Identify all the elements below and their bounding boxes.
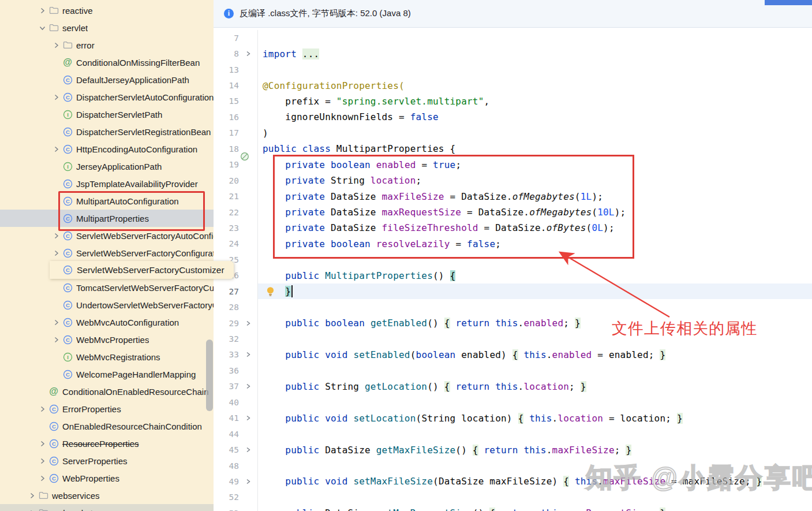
code-text[interactable]: public DataSize getMaxRequestSize() { re… (257, 505, 812, 511)
chevron-right-icon[interactable] (51, 317, 61, 327)
code-text[interactable] (257, 426, 812, 442)
code-line-7[interactable]: 7 (214, 30, 812, 46)
chevron-right-icon[interactable] (51, 144, 61, 154)
chevron-right-icon[interactable] (37, 404, 47, 414)
chevron-right-icon[interactable] (51, 40, 61, 50)
code-text[interactable]: prefix = "spring.servlet.multipart", (257, 94, 812, 109)
code-text[interactable]: public String getLocation() { return thi… (257, 379, 812, 394)
chevron-right-icon[interactable] (37, 456, 47, 466)
chevron-right-icon[interactable] (37, 5, 47, 16)
code-text[interactable]: private boolean resolveLazily = false; (257, 236, 812, 252)
tree-item-websocket[interactable]: websocket (0, 504, 214, 511)
tree-item-webmvcautoconfiguration[interactable]: CWebMvcAutoConfiguration (0, 314, 214, 331)
code-text[interactable]: public void setEnabled(boolean enabled) … (257, 347, 812, 363)
chevron-right-icon[interactable] (37, 438, 47, 449)
code-line-36[interactable]: 36 (214, 363, 812, 378)
code-line-8[interactable]: 8import ... (214, 46, 812, 61)
code-text[interactable]: public DataSize getMaxFileSize() { retur… (257, 442, 812, 457)
tree-item-webmvcproperties[interactable]: CWebMvcProperties (0, 331, 214, 348)
code-text[interactable] (257, 252, 812, 267)
code-line-53[interactable]: 53 public DataSize getMaxRequestSize() {… (214, 505, 812, 511)
tree-item-jsptemplateavailabilityprovider[interactable]: CJspTemplateAvailabilityProvider (0, 175, 214, 192)
code-line-17[interactable]: 17) (214, 125, 812, 141)
tree-item-multipartautoconfiguration[interactable]: CMultipartAutoConfiguration (0, 192, 214, 210)
code-line-13[interactable]: 13 (214, 62, 812, 77)
tree-item-errorproperties[interactable]: CErrorProperties (0, 400, 214, 417)
code-line-20[interactable]: 20 private String location; (214, 173, 812, 188)
code-text[interactable] (257, 363, 812, 378)
tree-item-tomcatservletwebserverfactorycustomizer[interactable]: CTomcatServletWebServerFactoryCustomizer (0, 279, 214, 296)
lightbulb-icon[interactable] (266, 286, 275, 299)
tree-item-webservices[interactable]: webservices (0, 487, 214, 504)
code-line-18[interactable]: 18public class MultipartProperties { (214, 141, 812, 156)
code-text[interactable]: ) (257, 125, 812, 141)
chevron-right-icon[interactable] (51, 334, 61, 345)
tree-item-dispatcherservletautoconfiguration[interactable]: CDispatcherServletAutoConfiguration (0, 88, 214, 106)
tree-item-servletwebserverfactoryconfiguration[interactable]: CServletWebServerFactoryConfiguration (0, 244, 214, 262)
fold-chevron-icon[interactable] (239, 447, 257, 453)
tree-item-reactive[interactable]: reactive (0, 2, 214, 19)
chevron-right-icon[interactable] (37, 473, 47, 483)
fold-chevron-icon[interactable] (239, 415, 257, 421)
code-text[interactable]: private String location; (257, 173, 812, 188)
code-line-14[interactable]: 14@ConfigurationProperties( (214, 77, 812, 93)
code-line-16[interactable]: 16 ignoreUnknownFields = false (214, 109, 812, 125)
tree-item-resourceproperties[interactable]: CResourceProperties (0, 435, 214, 452)
code-text[interactable] (257, 299, 812, 315)
code-text[interactable]: ignoreUnknownFields = false (257, 109, 812, 125)
decompiled-marker-icon[interactable] (240, 152, 249, 163)
code-line-41[interactable]: 41 public void setLocation(String locati… (214, 411, 812, 426)
fold-chevron-icon[interactable] (239, 320, 257, 326)
chevron-right-icon[interactable] (27, 490, 37, 501)
code-text[interactable] (257, 30, 812, 46)
code-line-37[interactable]: 37 public String getLocation() { return … (214, 379, 812, 394)
tree-item-defaultjerseyapplicationpath[interactable]: CDefaultJerseyApplicationPath (0, 71, 214, 88)
editor-scroll-indicator[interactable] (765, 0, 812, 5)
code-line-26[interactable]: 26 public MultipartProperties() { (214, 268, 812, 284)
fold-chevron-icon[interactable] (239, 51, 257, 57)
code-line-22[interactable]: 22 private DataSize maxRequestSize = Dat… (214, 204, 812, 220)
tree-item-conditionalonmissingfilterbean[interactable]: @ConditionalOnMissingFilterBean (0, 54, 214, 71)
chevron-right-icon[interactable] (27, 508, 37, 511)
tree-item-onenabledresourcechaincondition[interactable]: COnEnabledResourceChainCondition (0, 417, 214, 435)
tree-item-multipartproperties[interactable]: CMultipartProperties (0, 210, 214, 227)
tree-item-serverproperties[interactable]: CServerProperties (0, 452, 214, 469)
tree-item-undertowservletwebserverfactorycustomizer[interactable]: CUndertowServletWebServerFactoryCustomiz… (0, 296, 214, 314)
code-line-21[interactable]: 21 private DataSize maxFileSize = DataSi… (214, 188, 812, 204)
chevron-right-icon[interactable] (51, 230, 61, 241)
code-text[interactable]: public void setLocation(String location)… (257, 411, 812, 426)
code-text[interactable] (257, 62, 812, 77)
code-text[interactable]: public class MultipartProperties { (257, 141, 812, 156)
tree-item-httpencodingautoconfiguration[interactable]: CHttpEncodingAutoConfiguration (0, 140, 214, 158)
code-text[interactable]: import ... (257, 46, 812, 61)
tree-item-tooltip[interactable]: C ServletWebServerFactoryCustomizer (50, 261, 234, 279)
fold-chevron-icon[interactable] (239, 479, 257, 484)
code-text[interactable]: @ConfigurationProperties( (257, 77, 812, 93)
code-line-15[interactable]: 15 prefix = "spring.servlet.multipart", (214, 94, 812, 109)
code-line-40[interactable]: 40 (214, 394, 812, 410)
code-text[interactable]: public MultipartProperties() { (257, 268, 812, 284)
code-line-33[interactable]: 33 public void setEnabled(boolean enable… (214, 347, 812, 363)
code-line-28[interactable]: 28 (214, 299, 812, 315)
tree-item-welcomepagehandlermapping[interactable]: CWelcomePageHandlerMapping (0, 365, 214, 383)
code-line-23[interactable]: 23 private DataSize fileSizeThreshold = … (214, 220, 812, 236)
chevron-down-icon[interactable] (37, 23, 47, 33)
code-text[interactable]: private DataSize fileSizeThreshold = Dat… (257, 220, 812, 236)
code-line-45[interactable]: 45 public DataSize getMaxFileSize() { re… (214, 442, 812, 457)
code-editor[interactable]: 78import ...1314@ConfigurationProperties… (214, 28, 812, 511)
tree-item-servlet[interactable]: servlet (0, 19, 214, 36)
tree-scrollbar-thumb[interactable] (206, 340, 213, 411)
code-text[interactable] (257, 394, 812, 410)
tree-item-webproperties[interactable]: CWebProperties (0, 469, 214, 487)
chevron-right-icon[interactable] (51, 92, 61, 102)
code-line-25[interactable]: 25 (214, 252, 812, 267)
tree-item-jerseyapplicationpath[interactable]: IJerseyApplicationPath (0, 158, 214, 175)
tree-item-dispatcherservletregistrationbean[interactable]: CDispatcherServletRegistrationBean (0, 123, 214, 140)
code-line-24[interactable]: 24 private boolean resolveLazily = false… (214, 236, 812, 252)
code-line-27[interactable]: 27 } (214, 284, 812, 299)
fold-chevron-icon[interactable] (239, 352, 257, 357)
code-text[interactable]: private DataSize maxRequestSize = DataSi… (257, 204, 812, 220)
tree-item-servletwebserverfactoryautoconfiguration[interactable]: CServletWebServerFactoryAutoConfiguratio… (0, 227, 214, 244)
tree-item-error[interactable]: error (0, 36, 214, 54)
tree-item-conditionalonenabledresourcechain[interactable]: @ConditionalOnEnabledResourceChain (0, 383, 214, 400)
